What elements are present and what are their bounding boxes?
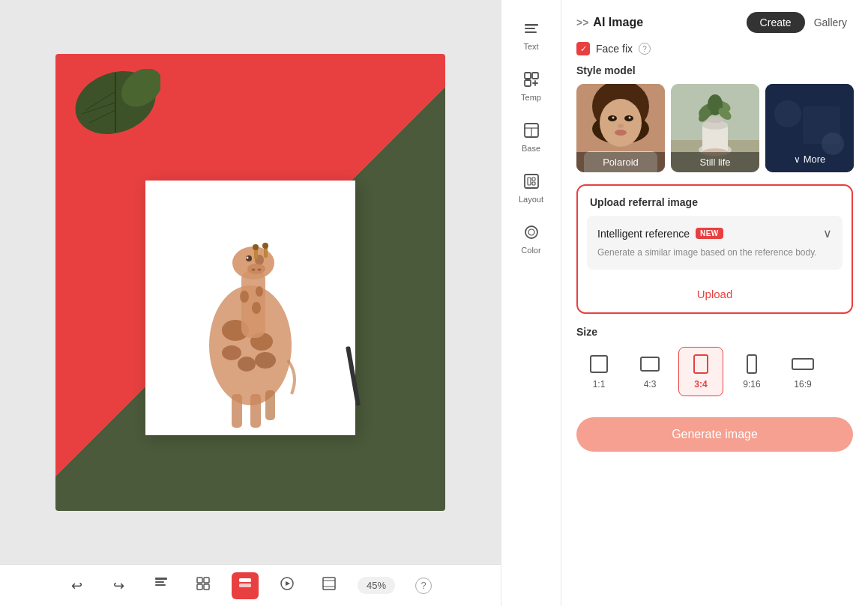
- help-button[interactable]: ?: [410, 572, 437, 599]
- svg-point-68: [618, 124, 624, 128]
- zoom-display[interactable]: 45%: [358, 577, 395, 594]
- sidebar-item-temp[interactable]: Temp: [506, 63, 557, 108]
- svg-rect-56: [532, 178, 535, 181]
- svg-rect-55: [528, 178, 531, 185]
- size-icon-3-4: [690, 354, 711, 375]
- svg-rect-47: [525, 31, 537, 33]
- style-thumb-stilllife[interactable]: Still life: [671, 84, 759, 172]
- sidebar-item-color[interactable]: Color: [506, 216, 557, 261]
- svg-point-16: [252, 302, 261, 314]
- intelligent-ref-desc: Generate a similar image based on the re…: [597, 246, 832, 259]
- upload-referral-section: Upload referral image Intelligent refere…: [576, 184, 853, 314]
- svg-point-67: [629, 117, 631, 119]
- intelligent-ref-box: Intelligent reference NEW ∨ Generate a s…: [587, 216, 843, 270]
- face-fix-checkbox[interactable]: ✓: [576, 42, 590, 55]
- redo-icon: ↪: [113, 578, 124, 594]
- svg-point-76: [706, 117, 724, 123]
- svg-point-23: [253, 244, 259, 250]
- play-button[interactable]: [274, 572, 301, 599]
- svg-rect-35: [204, 578, 209, 583]
- sidebar-item-layout[interactable]: Layout: [506, 165, 557, 210]
- svg-point-24: [262, 243, 268, 249]
- generate-btn-wrap: Generate image: [561, 408, 868, 467]
- size-icon-16-9: [791, 354, 815, 375]
- polaroid-label: Polaroid: [576, 152, 665, 172]
- text-tool-button[interactable]: [148, 572, 175, 599]
- stilllife-label: Still life: [671, 152, 759, 172]
- ai-title-row: >> AI Image Create Gallery: [576, 12, 853, 33]
- svg-rect-34: [197, 578, 202, 583]
- svg-rect-89: [694, 355, 708, 373]
- svg-point-63: [600, 99, 642, 147]
- face-fix-help-icon[interactable]: ?: [639, 43, 651, 55]
- crop-icon: [322, 576, 337, 595]
- ai-title-left: >> AI Image: [576, 16, 643, 29]
- undo-icon: ↩: [71, 578, 82, 594]
- size-icon-9-16: [741, 354, 762, 375]
- svg-rect-33: [155, 584, 166, 586]
- base-icon: [521, 120, 542, 141]
- svg-point-14: [240, 291, 249, 303]
- grid-button[interactable]: [190, 572, 217, 599]
- sidebar-item-text[interactable]: Text: [506, 12, 557, 57]
- leaves-decoration: [70, 69, 160, 136]
- right-panel: >> AI Image Create Gallery ✓ Face fix ? …: [561, 0, 868, 606]
- gallery-button[interactable]: Gallery: [808, 12, 853, 33]
- create-button[interactable]: Create: [747, 12, 805, 33]
- size-icon-4-3: [639, 354, 660, 375]
- svg-point-20: [247, 256, 249, 258]
- style-thumb-polaroid[interactable]: Polaroid: [576, 84, 665, 172]
- more-text: More: [804, 154, 826, 165]
- svg-rect-48: [525, 73, 531, 79]
- size-icon-1-1: [588, 354, 609, 375]
- size-label-3-4: 3:4: [694, 379, 707, 390]
- sidebar-item-base[interactable]: Base: [506, 114, 557, 159]
- base-label: Base: [522, 144, 540, 153]
- style-thumb-more[interactable]: ∨ More: [765, 84, 854, 172]
- color-icon: [521, 222, 542, 243]
- undo-button[interactable]: ↩: [64, 572, 91, 599]
- canvas-image: [55, 54, 445, 511]
- play-icon: [280, 576, 295, 595]
- svg-point-15: [256, 286, 263, 297]
- svg-point-10: [238, 357, 256, 372]
- size-label-4-3: 4:3: [644, 379, 657, 390]
- diamond-decoration: [90, 402, 111, 423]
- text-icon: [521, 18, 542, 39]
- size-option-3-4[interactable]: 3:4: [678, 347, 723, 396]
- svg-rect-45: [525, 24, 538, 26]
- size-option-9-16[interactable]: 9:16: [729, 347, 774, 396]
- redo-button[interactable]: ↪: [106, 572, 133, 599]
- more-btn-label: ∨ More: [794, 154, 826, 165]
- more-btn-overlay: ∨ More: [765, 84, 854, 172]
- header-actions: Create Gallery: [747, 12, 853, 33]
- grid-icon: [196, 576, 211, 595]
- size-label-16-9: 16:9: [794, 379, 811, 390]
- template-icon: [521, 69, 542, 90]
- intelligent-ref-title: Intelligent reference: [597, 228, 690, 240]
- new-badge: NEW: [696, 228, 723, 239]
- intelligent-ref-header: Intelligent reference NEW ∨: [597, 226, 832, 240]
- size-option-1-1[interactable]: 1:1: [576, 347, 621, 396]
- bottom-toolbar: ↩ ↪: [0, 564, 501, 606]
- svg-rect-38: [239, 578, 251, 582]
- generate-image-button[interactable]: Generate image: [576, 417, 853, 452]
- layout-icon: [521, 171, 542, 192]
- ai-title-text: AI Image: [593, 16, 643, 29]
- canvas-area: ↩ ↪: [0, 0, 501, 606]
- ai-arrows-icon: >>: [576, 16, 588, 28]
- svg-rect-90: [747, 355, 756, 373]
- face-fix-row: ✓ Face fix ?: [561, 39, 868, 64]
- upload-btn-row: Upload: [578, 279, 852, 312]
- svg-rect-37: [204, 584, 209, 590]
- size-option-16-9[interactable]: 16:9: [780, 347, 825, 396]
- crop-button[interactable]: [316, 572, 343, 599]
- svg-marker-41: [286, 581, 290, 586]
- upload-button[interactable]: Upload: [697, 288, 733, 300]
- style-models-grid: Polaroid: [561, 84, 868, 184]
- size-option-4-3[interactable]: 4:3: [627, 347, 672, 396]
- giraffe-painting-card: [145, 181, 355, 435]
- svg-rect-57: [532, 182, 535, 185]
- chevron-down-icon[interactable]: ∨: [823, 226, 832, 240]
- layers-button[interactable]: [232, 572, 259, 599]
